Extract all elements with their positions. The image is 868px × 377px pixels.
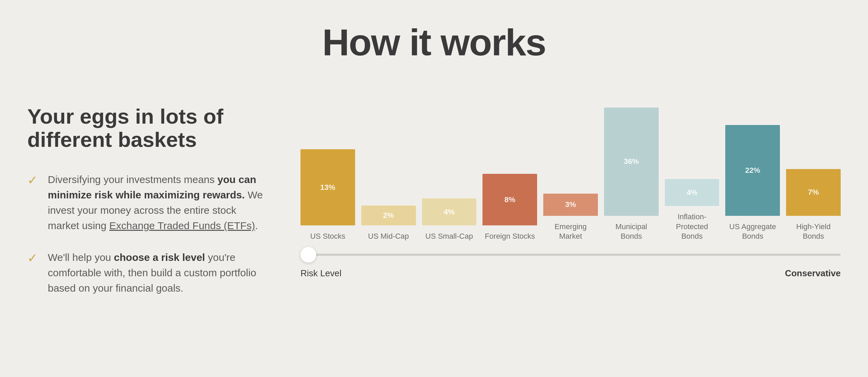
bar-category-name: Inflation-Protected Bonds [665, 212, 719, 241]
bar-percentage-label: 4% [687, 188, 698, 197]
risk-level-label: Risk Level [300, 268, 341, 279]
bar-percentage-label: 13% [320, 183, 335, 192]
bar-group: 22%US Aggregate Bonds [725, 125, 780, 241]
section-heading: Your eggs in lots of different baskets [27, 105, 266, 151]
risk-labels-row: Risk Level Conservative [300, 268, 841, 279]
bar: 4% [422, 198, 477, 225]
bar-category-name: US Mid-Cap [368, 232, 409, 241]
bar-group: 4%Inflation-Protected Bonds [665, 179, 719, 241]
bar: 2% [361, 206, 416, 225]
right-panel: 13%US Stocks2%US Mid-Cap4%US Small-Cap8%… [300, 105, 841, 279]
bar: 13% [300, 149, 355, 225]
etf-link[interactable]: Exchange Traded Funds (ETFs) [109, 220, 255, 231]
bar-category-name: US Stocks [310, 232, 346, 241]
bar-category-name: US Small-Cap [425, 232, 473, 241]
bar-group: 4%US Small-Cap [422, 198, 477, 241]
list-item: ✓ We'll help you choose a risk level you… [27, 250, 266, 296]
page-container: How it works Your eggs in lots of differ… [0, 0, 868, 377]
bar-percentage-label: 3% [565, 200, 576, 209]
bar: 3% [543, 194, 598, 216]
bar-group: 8%Foreign Stocks [482, 174, 537, 241]
bar-category-name: High-Yield Bonds [786, 222, 841, 241]
content-row: Your eggs in lots of different baskets ✓… [27, 105, 841, 296]
left-panel: Your eggs in lots of different baskets ✓… [27, 105, 266, 296]
slider-track [300, 254, 841, 256]
bar: 4% [665, 179, 719, 206]
slider-thumb[interactable] [300, 247, 316, 263]
bar-percentage-label: 36% [624, 157, 639, 166]
bar-group: 13%US Stocks [300, 149, 355, 241]
checkmark-icon: ✓ [27, 173, 38, 187]
bar-percentage-label: 4% [444, 208, 455, 217]
bar-category-name: US Aggregate Bonds [725, 222, 780, 241]
bullet-text-2: We'll help you choose a risk level you'r… [48, 250, 266, 296]
chart-container: 13%US Stocks2%US Mid-Cap4%US Small-Cap8%… [300, 112, 841, 279]
bar: 7% [786, 169, 841, 216]
bar: 22% [725, 125, 780, 216]
checkmark-icon: ✓ [27, 251, 38, 265]
bullet-list: ✓ Diversifying your investments means yo… [27, 172, 266, 296]
bar-percentage-label: 8% [504, 195, 515, 204]
slider-row [300, 254, 841, 256]
bars-row: 13%US Stocks2%US Mid-Cap4%US Small-Cap8%… [300, 112, 841, 241]
bar-group: 36%Municipal Bonds [604, 108, 659, 241]
bullet-text-1: Diversifying your investments means you … [48, 172, 266, 233]
bar-percentage-label: 2% [383, 211, 394, 220]
bar-category-name: Municipal Bonds [604, 222, 659, 241]
bar-group: 7%High-Yield Bonds [786, 169, 841, 241]
bar-group: 3%Emerging Market [543, 194, 598, 241]
list-item: ✓ Diversifying your investments means yo… [27, 172, 266, 233]
bar-percentage-label: 7% [808, 188, 819, 197]
page-title: How it works [322, 20, 546, 64]
risk-level-value: Conservative [785, 268, 841, 279]
bar-group: 2%US Mid-Cap [361, 206, 416, 241]
bar-category-name: Emerging Market [543, 222, 598, 241]
bar-category-name: Foreign Stocks [485, 232, 535, 241]
bar: 8% [482, 174, 537, 225]
bar-percentage-label: 22% [745, 166, 760, 175]
bar: 36% [604, 108, 659, 216]
